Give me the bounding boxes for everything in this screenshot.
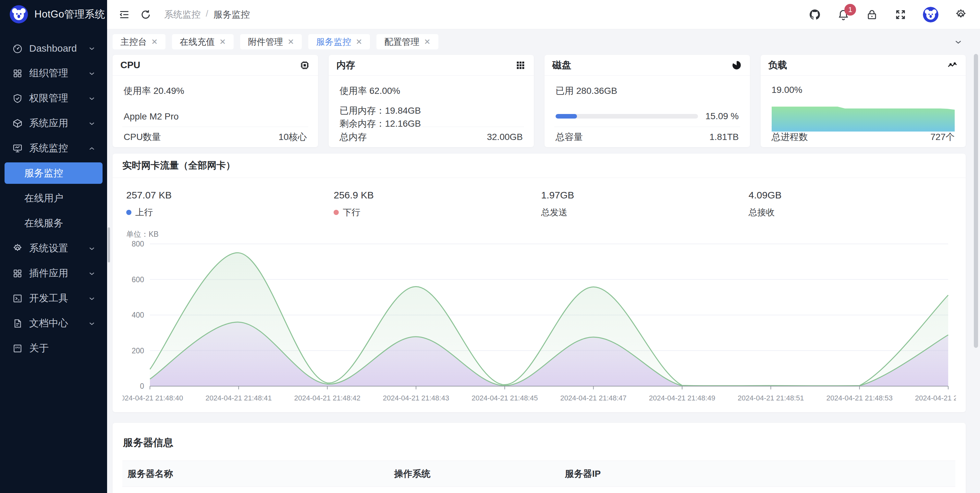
chevron-down-icon	[88, 44, 96, 53]
column-header-name: 服务器名称	[123, 467, 389, 480]
sidebar-item-label: 权限管理	[29, 92, 81, 105]
pie-chart-icon	[731, 60, 742, 71]
breadcrumb-parent[interactable]: 系统监控	[164, 8, 200, 21]
sidebar-item-dashboard[interactable]: Dashboard	[0, 36, 107, 61]
svg-text:800: 800	[132, 240, 144, 248]
chevron-down-icon	[88, 319, 96, 328]
tab-bar: 主控台 ✕ 在线充值 ✕ 附件管理 ✕ 服务监控 ✕ 配置管理 ✕	[107, 29, 980, 54]
refresh-icon[interactable]	[140, 8, 152, 21]
sidebar-item-organization[interactable]: 组织管理	[0, 61, 107, 86]
stat-upstream: 257.07 KB 上行	[126, 190, 334, 218]
memory-card-header: 内存	[329, 55, 534, 76]
sidebar-subitem-online-services[interactable]: 在线服务	[0, 211, 107, 236]
app-logo[interactable]: HotGo管理系统	[0, 0, 107, 29]
notification-badge: 1	[844, 4, 856, 16]
svg-text:400: 400	[132, 311, 144, 319]
memory-grid-icon	[515, 60, 526, 71]
grid-icon	[12, 268, 23, 279]
user-avatar[interactable]	[923, 7, 939, 22]
svg-text:2024-04-21 21:48:51: 2024-04-21 21:48:51	[738, 394, 804, 402]
lock-icon[interactable]	[866, 8, 878, 21]
tab-attachments[interactable]: 附件管理 ✕	[240, 34, 302, 49]
cube-icon	[12, 118, 23, 129]
svg-text:2024-04-21 21:48:49: 2024-04-21 21:48:49	[649, 394, 715, 402]
tab-label: 在线充值	[180, 36, 215, 48]
stat-value: 256.9 KB	[334, 190, 541, 201]
sidebar-subitem-online-users[interactable]: 在线用户	[0, 186, 107, 211]
footer-value: 1.81TB	[710, 132, 738, 142]
vertical-scrollbar[interactable]	[974, 54, 978, 348]
disk-percent: 15.09 %	[705, 111, 739, 122]
sidebar-item-label: 关于	[29, 341, 96, 355]
card-title: 内存	[337, 59, 355, 72]
svg-text:2024-04-21 21:48:45: 2024-04-21 21:48:45	[471, 394, 538, 402]
progress-track	[555, 114, 698, 118]
sidebar-collapse-icon[interactable]	[118, 8, 130, 21]
disk-progress: 15.09 %	[555, 111, 739, 122]
stat-label: 下行	[343, 207, 360, 218]
sidebar-subitem-service-monitor[interactable]: 服务监控	[5, 163, 103, 184]
network-traffic-panel: 实时网卡流量（全部网卡） 257.07 KB 上行 256.9 KB 下行 1.…	[113, 154, 966, 412]
chart-unit-label: 单位：KB	[126, 229, 956, 239]
notifications[interactable]: 1	[837, 8, 850, 21]
breadcrumb-current[interactable]: 服务监控	[213, 8, 250, 21]
footer-label: CPU数量	[124, 131, 161, 143]
tab-service-monitor[interactable]: 服务监控 ✕	[308, 34, 370, 49]
sidebar-item-system-settings[interactable]: 系统设置	[0, 236, 107, 261]
network-panel-title: 实时网卡流量（全部网卡）	[113, 154, 966, 178]
top-bar-actions: 1	[809, 7, 967, 22]
load-percent: 19.00%	[772, 85, 955, 95]
close-icon[interactable]: ✕	[151, 37, 158, 46]
network-chart-container: 02004006008002024-04-21 21:48:402024-04-…	[123, 240, 956, 406]
about-icon	[12, 343, 23, 354]
sidebar-item-permissions[interactable]: 权限管理	[0, 86, 107, 111]
card-title: CPU	[120, 60, 140, 70]
sidebar-item-dev-tools[interactable]: 开发工具	[0, 286, 107, 311]
sidebar: HotGo管理系统 Dashboard 组织管理 权限管理 系统应用	[0, 0, 107, 493]
chevron-down-icon	[88, 269, 96, 278]
sidebar-nav: Dashboard 组织管理 权限管理 系统应用 系统监控	[0, 29, 107, 361]
sidebar-item-label: 插件应用	[29, 266, 81, 280]
stat-downstream: 256.9 KB 下行	[334, 190, 541, 218]
content-mini-scrollbar[interactable]	[108, 227, 110, 262]
svg-text:2024-04-21 21:48:41: 2024-04-21 21:48:41	[205, 394, 272, 402]
sidebar-item-about[interactable]: 关于	[0, 336, 107, 361]
tab-console[interactable]: 主控台 ✕	[113, 34, 165, 49]
sidebar-item-docs[interactable]: 文档中心	[0, 311, 107, 336]
close-icon[interactable]: ✕	[356, 37, 362, 46]
document-icon	[12, 318, 23, 329]
breadcrumb: 系统监控 / 服务监控	[164, 8, 250, 21]
tab-online-recharge[interactable]: 在线充值 ✕	[172, 34, 234, 49]
github-icon[interactable]	[809, 8, 821, 21]
svg-text:2024-04-21 21:48:42: 2024-04-21 21:48:42	[294, 394, 361, 402]
gear-icon	[12, 243, 23, 254]
settings-gear-icon[interactable]	[955, 8, 967, 21]
tab-config[interactable]: 配置管理 ✕	[376, 34, 438, 49]
memory-card-body: 使用率 62.00% 已用内存：19.84GB 剩余内存：12.16GB	[329, 76, 534, 127]
cpu-card-header: CPU	[113, 55, 318, 76]
tabbar-chevron-down-icon[interactable]	[953, 37, 963, 47]
close-icon[interactable]: ✕	[424, 37, 430, 46]
close-icon[interactable]: ✕	[220, 37, 226, 46]
table-row[interactable]: mengshuaideMBP darwin 19 1.27 / .238	[123, 487, 955, 493]
monitor-chart-icon	[12, 143, 23, 154]
disk-card-header: 磁盘	[544, 55, 750, 76]
chevron-down-icon	[88, 69, 96, 78]
app-title: HotGo管理系统	[34, 8, 105, 21]
chevron-down-icon	[88, 244, 96, 253]
fullscreen-icon[interactable]	[894, 8, 907, 21]
sidebar-item-system-monitor[interactable]: 系统监控	[0, 136, 107, 161]
close-icon[interactable]: ✕	[288, 37, 294, 46]
server-info-title: 服务器信息	[113, 423, 966, 461]
sidebar-item-plugins[interactable]: 插件应用	[0, 261, 107, 286]
network-stats-row: 257.07 KB 上行 256.9 KB 下行 1.97GB 总发送 4.	[123, 190, 956, 218]
sidebar-item-system-apps[interactable]: 系统应用	[0, 111, 107, 136]
chevron-up-icon	[88, 144, 96, 153]
cpu-usage: 使用率 20.49%	[124, 85, 307, 97]
hotgo-admin-app: HotGo管理系统 Dashboard 组织管理 权限管理 系统应用	[0, 0, 980, 493]
stat-cards-row: CPU 使用率 20.49% Apple M2 Pro CPU数量 10核心	[113, 55, 966, 147]
svg-text:600: 600	[132, 275, 144, 284]
svg-text:2024-04-21 21:48:55: 2024-04-21 21:48:55	[915, 394, 956, 402]
load-mini-chart	[772, 101, 955, 132]
network-area-chart: 02004006008002024-04-21 21:48:402024-04-…	[123, 240, 956, 404]
